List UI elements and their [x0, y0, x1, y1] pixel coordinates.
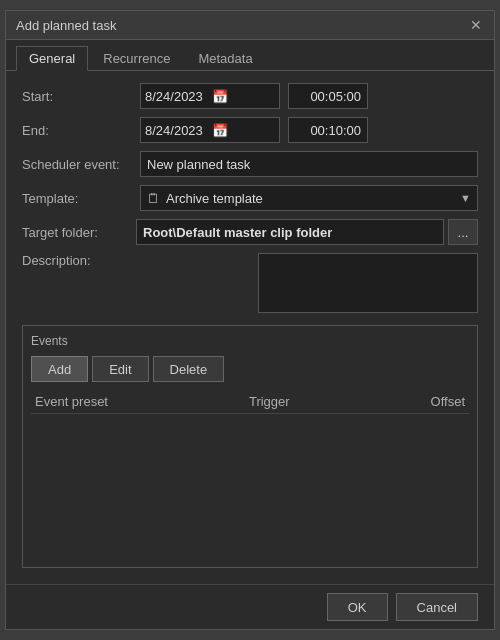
events-table-header: Event preset Trigger Offset — [31, 390, 469, 414]
end-date-value: 8/24/2023 — [145, 123, 208, 138]
template-icon: 🗒 — [147, 191, 160, 206]
close-button[interactable]: ✕ — [468, 17, 484, 33]
template-row: Template: 🗒 Archive template ▼ — [22, 185, 478, 211]
edit-event-button[interactable]: Edit — [92, 356, 148, 382]
target-folder-input[interactable] — [136, 219, 444, 245]
col-trigger: Trigger — [249, 394, 290, 409]
col-offset: Offset — [431, 394, 465, 409]
dialog-title: Add planned task — [16, 18, 116, 33]
end-row: End: 8/24/2023 📅 — [22, 117, 478, 143]
add-event-button[interactable]: Add — [31, 356, 88, 382]
template-value: Archive template — [166, 191, 263, 206]
template-select[interactable]: 🗒 Archive template ▼ — [140, 185, 478, 211]
description-label: Description: — [22, 253, 132, 268]
scheduler-row: Scheduler event: — [22, 151, 478, 177]
start-label: Start: — [22, 89, 132, 104]
tab-metadata[interactable]: Metadata — [185, 46, 265, 70]
start-time-input[interactable] — [288, 83, 368, 109]
events-section: Events Add Edit Delete Event preset Trig… — [22, 325, 478, 568]
end-calendar-icon[interactable]: 📅 — [212, 123, 275, 138]
add-planned-task-dialog: Add planned task ✕ General Recurrence Me… — [5, 10, 495, 630]
browse-button[interactable]: ... — [448, 219, 478, 245]
scheduler-label: Scheduler event: — [22, 157, 132, 172]
cancel-button[interactable]: Cancel — [396, 593, 478, 621]
end-time-input[interactable] — [288, 117, 368, 143]
description-textarea[interactable] — [258, 253, 478, 313]
events-title: Events — [31, 334, 469, 348]
delete-event-button[interactable]: Delete — [153, 356, 225, 382]
target-folder-label: Target folder: — [22, 225, 132, 240]
start-calendar-icon[interactable]: 📅 — [212, 89, 275, 104]
tab-recurrence[interactable]: Recurrence — [90, 46, 183, 70]
title-bar: Add planned task ✕ — [6, 11, 494, 40]
target-folder-row: Target folder: ... — [22, 219, 478, 245]
col-event-preset: Event preset — [35, 394, 108, 409]
events-buttons: Add Edit Delete — [31, 356, 469, 382]
end-date-input[interactable]: 8/24/2023 📅 — [140, 117, 280, 143]
end-label: End: — [22, 123, 132, 138]
chevron-down-icon: ▼ — [460, 192, 471, 204]
scheduler-input[interactable] — [140, 151, 478, 177]
events-table-body — [31, 414, 469, 534]
tab-general[interactable]: General — [16, 46, 88, 71]
form-content: Start: 8/24/2023 📅 End: 8/24/2023 📅 Sche… — [6, 71, 494, 584]
ok-button[interactable]: OK — [327, 593, 388, 621]
tabs: General Recurrence Metadata — [6, 40, 494, 71]
start-date-input[interactable]: 8/24/2023 📅 — [140, 83, 280, 109]
template-label: Template: — [22, 191, 132, 206]
start-date-value: 8/24/2023 — [145, 89, 208, 104]
start-row: Start: 8/24/2023 📅 — [22, 83, 478, 109]
description-row: Description: — [22, 253, 478, 313]
dialog-footer: OK Cancel — [6, 584, 494, 629]
